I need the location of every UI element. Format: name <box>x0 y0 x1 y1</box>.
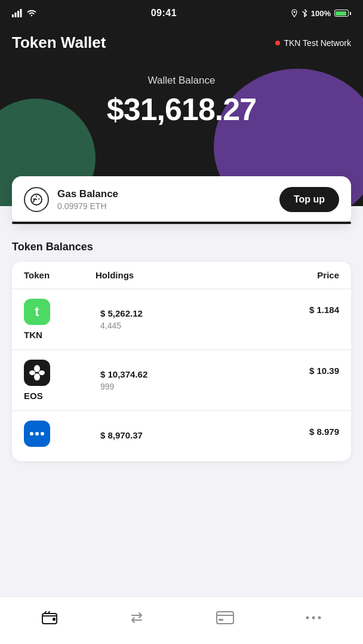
nav-item-transfer[interactable] <box>117 605 156 630</box>
svg-point-9 <box>34 365 40 372</box>
token-cell <box>24 421 96 449</box>
svg-point-22 <box>312 616 315 619</box>
col-token: Token <box>24 270 96 280</box>
svg-point-21 <box>306 616 309 619</box>
svg-rect-17 <box>53 618 56 621</box>
topup-button[interactable]: Top up <box>279 187 339 212</box>
status-signals <box>12 9 37 17</box>
token-icon-tkn: t <box>24 299 50 325</box>
svg-rect-18 <box>217 612 233 624</box>
transfer-nav-icon <box>129 610 144 625</box>
holding-amount-tkn: 4,445 <box>100 321 267 330</box>
table-row[interactable]: $ 8,970.37 $ 8.979 <box>12 411 351 461</box>
svg-rect-20 <box>219 619 223 621</box>
holdings-cell-eos: $ 10,374.62 999 <box>96 369 267 391</box>
svg-rect-0 <box>12 14 14 17</box>
tkn-letter: t <box>35 304 39 320</box>
gas-card: Gas Balance 0.09979 ETH Top up <box>12 176 351 224</box>
svg-point-10 <box>34 373 40 381</box>
nav-item-more[interactable] <box>294 610 333 625</box>
token-cell: EOS <box>24 360 96 401</box>
table-row[interactable]: EOS $ 10,374.62 999 $ 10.39 <box>12 350 351 411</box>
eos-icon <box>29 364 45 381</box>
svg-point-12 <box>39 370 45 375</box>
gas-progress-bar <box>12 222 351 224</box>
card-nav-icon <box>216 611 234 624</box>
holdings-cell-tkn: $ 5,262.12 4,445 <box>96 308 267 330</box>
holding-amount-eos: 999 <box>100 382 267 391</box>
wallet-nav-icon <box>42 611 57 624</box>
other-token-icon <box>29 428 45 439</box>
gas-icon <box>24 187 49 212</box>
token-icon-eos <box>24 360 50 386</box>
network-badge: TKN Test Network <box>275 38 351 48</box>
svg-point-4 <box>293 11 295 13</box>
network-dot <box>275 41 280 45</box>
token-symbol-eos: EOS <box>24 391 43 401</box>
gas-info: Gas Balance 0.09979 ETH <box>24 187 118 212</box>
holding-value-other: $ 8,970.37 <box>100 430 267 440</box>
col-price: Price <box>267 270 339 280</box>
status-bar: 09:41 100% <box>0 0 363 26</box>
token-icon-other <box>24 421 50 447</box>
svg-rect-1 <box>15 13 17 17</box>
holdings-cell-other: $ 8,970.37 <box>96 430 267 440</box>
token-table: Token Holdings Price t TKN $ 5,262.12 4,… <box>12 262 351 461</box>
nav-item-wallet[interactable] <box>30 606 69 629</box>
svg-point-15 <box>41 432 44 436</box>
nav-item-card[interactable] <box>204 606 246 629</box>
holding-value-eos: $ 10,374.62 <box>100 369 267 379</box>
gas-card-top: Gas Balance 0.09979 ETH Top up <box>24 187 339 222</box>
svg-rect-2 <box>17 11 19 17</box>
svg-point-23 <box>318 616 321 619</box>
gas-amount: 0.09979 ETH <box>57 201 118 211</box>
app-title: Token Wallet <box>12 33 106 52</box>
speedometer-icon <box>30 193 43 206</box>
token-cell: t TKN <box>24 299 96 340</box>
svg-point-11 <box>29 370 35 375</box>
wifi-icon <box>26 9 37 17</box>
gas-title: Gas Balance <box>57 188 118 200</box>
price-cell-other: $ 8.979 <box>267 421 339 437</box>
balance-amount: $31,618.27 <box>12 91 351 127</box>
price-cell-tkn: $ 1.184 <box>267 299 339 315</box>
battery-icon <box>334 10 351 17</box>
col-holdings: Holdings <box>96 270 267 280</box>
svg-point-13 <box>30 432 33 436</box>
network-label: TKN Test Network <box>284 38 351 48</box>
table-row[interactable]: t TKN $ 5,262.12 4,445 $ 1.184 <box>12 289 351 350</box>
svg-point-14 <box>35 432 39 436</box>
status-time: 09:41 <box>151 8 177 19</box>
price-cell-eos: $ 10.39 <box>267 360 339 376</box>
bottom-nav <box>0 596 363 644</box>
signal-icon <box>12 9 23 17</box>
balance-label: Wallet Balance <box>12 75 351 87</box>
token-table-header: Token Holdings Price <box>12 262 351 289</box>
svg-rect-3 <box>20 9 22 17</box>
app-header: Token Wallet TKN Test Network <box>0 26 363 63</box>
holding-value-tkn: $ 5,262.12 <box>100 308 267 318</box>
location-icon <box>291 9 298 17</box>
battery-percent: 100% <box>311 9 331 18</box>
token-section: Token Balances Token Holdings Price t TK… <box>0 224 363 461</box>
more-nav-icon <box>306 615 321 621</box>
gas-text: Gas Balance 0.09979 ETH <box>57 188 118 211</box>
status-icons: 100% <box>291 9 351 18</box>
section-title: Token Balances <box>12 241 351 253</box>
bluetooth-icon <box>302 9 307 17</box>
token-symbol-tkn: TKN <box>24 330 42 340</box>
